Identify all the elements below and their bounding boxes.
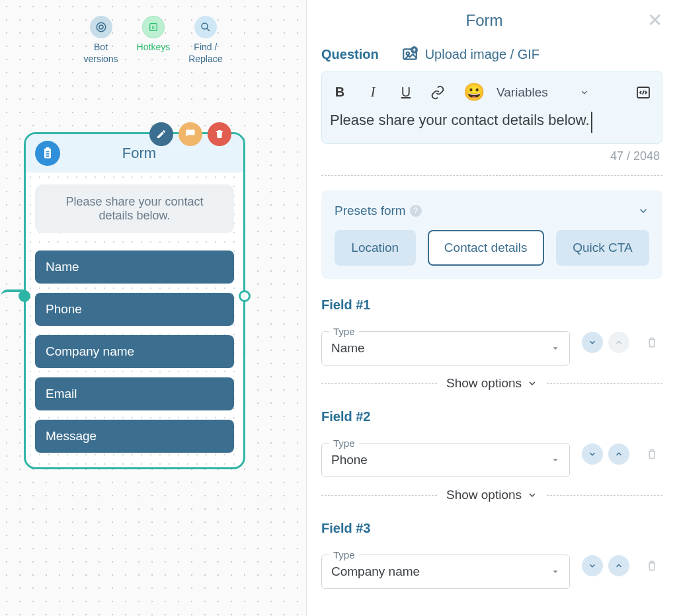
type-label: Type [329, 549, 359, 560]
tab-question[interactable]: Question [321, 47, 379, 62]
type-value: Phone [331, 453, 368, 467]
node-field: Message [35, 420, 234, 453]
move-down-button[interactable] [582, 332, 603, 353]
panel-tabs: Question Upload image / GIF [321, 46, 662, 63]
bold-button[interactable]: B [331, 85, 348, 100]
field-block-3: Field #3 Type Company name [321, 521, 662, 589]
underline-button[interactable]: U [397, 85, 415, 100]
help-icon[interactable]: ? [410, 205, 422, 217]
canvas[interactable]: Bot versions K Hotkeys Find / Replace [0, 0, 306, 616]
show-options-label: Show options [446, 376, 522, 391]
editor-toolbar: B I U 😀 Variables [330, 78, 654, 112]
separator [321, 175, 662, 176]
svg-rect-6 [46, 147, 50, 149]
comment-node-button[interactable] [179, 122, 202, 146]
preset-location[interactable]: Location [335, 230, 416, 266]
search-icon [194, 16, 217, 38]
hotkeys-button[interactable]: K Hotkeys [137, 16, 171, 65]
field-title: Field #1 [321, 297, 662, 313]
side-panel: Form ✕ Question Upload image / GIF B I U… [306, 0, 677, 616]
editor-textarea[interactable]: Please share your contact details below. [330, 112, 592, 133]
panel-header: Form ✕ [307, 0, 677, 40]
svg-point-11 [406, 52, 409, 55]
close-panel-button[interactable]: ✕ [647, 9, 662, 31]
bot-versions-label: Bot versions [83, 41, 118, 65]
find-replace-label: Find / Replace [188, 41, 222, 65]
emoji-button[interactable]: 😀 [463, 82, 481, 102]
svg-line-4 [207, 28, 210, 31]
presets-collapse-button[interactable] [637, 205, 649, 217]
node-body: Please share your contact details below.… [26, 173, 243, 467]
field-title: Field #2 [321, 409, 662, 424]
move-up-button[interactable] [608, 443, 629, 465]
node-field: Company name [35, 335, 234, 368]
move-down-button[interactable] [582, 443, 603, 465]
bot-versions-button[interactable]: Bot versions [83, 16, 118, 65]
chevron-down-icon [580, 88, 589, 97]
delete-field-button[interactable] [641, 336, 662, 349]
node-port-in[interactable] [19, 290, 30, 302]
canvas-top-toolbar: Bot versions K Hotkeys Find / Replace [0, 16, 306, 65]
hotkeys-icon: K [142, 16, 165, 38]
svg-point-0 [97, 22, 106, 32]
show-options-toggle[interactable]: Show options [321, 488, 662, 502]
panel-title: Form [321, 11, 647, 30]
move-up-button[interactable] [608, 555, 629, 576]
caret-down-icon [551, 344, 560, 353]
link-button[interactable] [430, 85, 448, 100]
node-port-out[interactable] [239, 290, 251, 302]
panel-body[interactable]: Question Upload image / GIF B I U 😀 Vari… [307, 40, 677, 616]
svg-marker-16 [553, 570, 558, 573]
variables-label: Variables [497, 85, 548, 100]
tab-upload-label: Upload image / GIF [425, 47, 539, 62]
type-value: Name [331, 341, 365, 356]
node-field: Phone [35, 293, 234, 326]
svg-point-3 [202, 23, 208, 29]
node-field: Email [35, 377, 234, 410]
image-upload-icon [401, 46, 418, 63]
move-up-button [608, 332, 629, 353]
code-view-button[interactable] [635, 85, 653, 100]
form-node[interactable]: Form Please share your contact details b… [24, 132, 245, 469]
type-label: Type [329, 438, 359, 449]
svg-text:K: K [151, 24, 155, 30]
type-label: Type [329, 326, 359, 337]
presets-label: Presets form [335, 204, 406, 218]
preset-buttons: Location Contact details Quick CTA [335, 230, 649, 266]
delete-field-button[interactable] [641, 447, 662, 461]
type-value: Company name [331, 564, 420, 579]
delete-node-button[interactable] [208, 122, 231, 146]
svg-marker-15 [553, 459, 558, 461]
hotkeys-label: Hotkeys [137, 41, 171, 53]
chevron-down-icon [527, 490, 538, 500]
presets-section: Presets form ? Location Contact details … [321, 190, 662, 279]
chevron-down-icon [527, 378, 538, 389]
node-title: Form [69, 145, 209, 162]
caret-down-icon [551, 567, 560, 576]
svg-marker-14 [553, 347, 558, 350]
node-field: Name [35, 250, 234, 284]
node-actions [149, 122, 231, 146]
show-options-label: Show options [446, 488, 522, 502]
field-block-2: Field #2 Type Phone [321, 409, 662, 502]
char-count: 47 / 2048 [321, 149, 660, 163]
delete-field-button[interactable] [641, 559, 662, 572]
edit-node-button[interactable] [149, 122, 173, 146]
form-icon [35, 141, 60, 166]
find-replace-button[interactable]: Find / Replace [188, 16, 222, 65]
preset-quick-cta[interactable]: Quick CTA [556, 230, 649, 266]
preset-contact-details[interactable]: Contact details [428, 230, 544, 266]
show-options-toggle[interactable]: Show options [321, 376, 662, 391]
field-title: Field #3 [321, 521, 662, 536]
move-down-button[interactable] [582, 555, 603, 576]
variables-dropdown[interactable]: Variables [497, 85, 589, 100]
caret-down-icon [551, 455, 560, 465]
node-message: Please share your contact details below. [35, 184, 234, 233]
italic-button[interactable]: I [364, 85, 381, 100]
question-editor: B I U 😀 Variables Please share your cont… [321, 71, 662, 144]
field-block-1: Field #1 Type Name [321, 297, 662, 391]
tab-upload[interactable]: Upload image / GIF [401, 46, 539, 63]
versions-icon [90, 16, 112, 38]
